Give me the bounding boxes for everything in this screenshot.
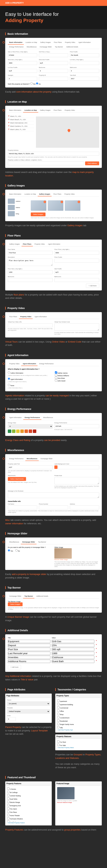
tab-floor[interactable]: Floor Plans xyxy=(52,40,63,44)
add-floor-btn[interactable]: + Add More xyxy=(86,284,99,288)
featured-yes[interactable]: Yes xyxy=(30,83,35,85)
private-note[interactable] xyxy=(54,477,99,484)
tab-agent[interactable]: Agent Information xyxy=(77,40,92,44)
type-check[interactable]: Apartment xyxy=(57,699,100,703)
suggestion[interactable]: 📍 Miami Beach, FL, USA xyxy=(8,118,34,121)
remove-slider[interactable]: Remove Slider Image xyxy=(54,559,68,560)
type-check[interactable]: Villa xyxy=(57,726,100,729)
feature-check[interactable]: 26 Ceilings xyxy=(7,790,50,794)
add-more-btn[interactable]: + Add more xyxy=(8,665,21,669)
tab-misc[interactable]: Miscellaneous xyxy=(25,45,38,49)
slider-yes[interactable]: Yes xyxy=(8,550,13,552)
detail-value[interactable] xyxy=(52,652,94,655)
agent-opt-author[interactable]: Author Information xyxy=(8,372,23,374)
owner-phone[interactable] xyxy=(39,505,68,509)
feature-check[interactable]: Fire Place xyxy=(7,810,50,813)
agent-check[interactable]: Nathan James xyxy=(55,371,99,374)
template-select[interactable]: Default Template xyxy=(7,709,50,713)
suggestion[interactable]: 📍 Miami, FL, USA xyxy=(8,115,34,118)
area-input[interactable] xyxy=(8,61,37,65)
tab[interactable]: Property Video xyxy=(63,108,76,113)
feature-check[interactable]: Fire Alarm xyxy=(7,807,50,810)
slider-image[interactable] xyxy=(54,548,72,559)
gallery-image[interactable] xyxy=(48,200,63,211)
type-check[interactable]: Commercial xyxy=(57,706,100,709)
select-images-btn[interactable]: Select Images xyxy=(31,213,46,216)
price-input[interactable] xyxy=(8,53,37,57)
floor-desc[interactable]: Plan description goes here xyxy=(8,259,53,266)
reviewer-msg[interactable] xyxy=(8,493,99,498)
postfix-input[interactable] xyxy=(70,53,99,57)
feature-check[interactable]: Dual Sinks xyxy=(7,797,50,800)
energy-class[interactable]: B xyxy=(8,424,53,429)
beds-input[interactable] xyxy=(39,69,68,73)
floor-sizepost[interactable] xyxy=(54,270,99,274)
type-check[interactable]: Shop xyxy=(57,712,100,716)
lotpost-input[interactable] xyxy=(8,69,37,73)
remove-featured[interactable]: Remove featured image xyxy=(57,802,72,803)
owner-name[interactable] xyxy=(8,505,37,509)
detail-title[interactable] xyxy=(8,652,50,655)
year-input[interactable] xyxy=(70,77,99,81)
gallery-image[interactable] xyxy=(65,200,80,211)
tab-video[interactable]: Property Video xyxy=(63,40,77,44)
type-check[interactable]: Condominium xyxy=(57,716,100,719)
floor-baths[interactable] xyxy=(54,278,99,282)
tab-basic[interactable]: Basic Information xyxy=(8,40,24,44)
detail-title[interactable] xyxy=(8,644,50,647)
detail-value[interactable] xyxy=(52,648,94,651)
energy-perf[interactable] xyxy=(54,424,99,428)
type-check[interactable]: Apartment Building xyxy=(57,703,100,706)
find-btn[interactable]: Find Address xyxy=(85,161,99,165)
suggestion[interactable]: 📍 Miami International, USA xyxy=(8,121,34,125)
owner-addr[interactable] xyxy=(70,505,99,509)
detail-title[interactable] xyxy=(8,660,50,663)
slider-no[interactable]: No xyxy=(15,550,20,552)
thumb-item[interactable]: exterior xyxy=(8,198,29,204)
lot-input[interactable] xyxy=(70,61,99,65)
agent-check[interactable]: Alice Brian xyxy=(55,376,99,379)
suggestion[interactable]: 📍 Miami Gardens, FL, USA xyxy=(8,125,34,128)
tab[interactable]: Floor Plans xyxy=(52,108,63,113)
tab-banner[interactable]: Top Banner xyxy=(53,45,64,49)
feature-check[interactable]: 2 Stories xyxy=(7,787,50,790)
tab[interactable]: Gallery Images xyxy=(38,108,52,113)
thumb-item[interactable]: interior xyxy=(8,205,29,210)
detail-value[interactable] xyxy=(52,640,94,643)
order-input[interactable] xyxy=(7,717,16,721)
tab[interactable]: Basic Information xyxy=(8,108,23,113)
feature-check[interactable]: Home Theater xyxy=(7,813,50,817)
gallery-image[interactable] xyxy=(31,200,46,211)
type-check[interactable]: Office xyxy=(57,709,100,712)
agent-check[interactable]: John David xyxy=(55,379,99,382)
featured-no[interactable]: No xyxy=(36,83,41,85)
floor-beds[interactable] xyxy=(8,278,53,282)
add-type[interactable]: + Add New Property Type xyxy=(57,729,73,731)
label-input[interactable] xyxy=(8,465,53,469)
add-status[interactable]: + Add New Property Status xyxy=(57,747,74,748)
remove-icon[interactable]: ✕ xyxy=(96,652,99,655)
thumb-item[interactable]: living xyxy=(8,211,29,216)
type-check[interactable]: Single Family Home xyxy=(57,722,100,726)
map-view[interactable] xyxy=(36,117,99,148)
oldprice-input[interactable] xyxy=(39,53,68,57)
type-check[interactable]: Residential xyxy=(57,719,100,722)
remove-icon[interactable]: ✕ xyxy=(96,640,99,643)
detail-title[interactable] xyxy=(8,640,50,643)
remove-icon[interactable]: ✕ xyxy=(96,644,99,647)
floor-price[interactable] xyxy=(54,251,99,255)
agent-check[interactable]: Melissa Williams xyxy=(55,374,99,376)
remove-icon[interactable]: ✕ xyxy=(96,660,99,663)
attach-btn[interactable]: Select Attachments xyxy=(8,477,26,481)
agent-opt-none[interactable]: None xyxy=(8,384,52,386)
parent-select[interactable]: (no parent) xyxy=(7,702,50,706)
tab-map[interactable]: Location on Map xyxy=(24,40,38,44)
featured-image[interactable] xyxy=(57,787,75,799)
video-url[interactable] xyxy=(8,323,53,327)
tab-slider[interactable]: Homepage Slider xyxy=(38,45,53,49)
detail-value[interactable] xyxy=(52,656,94,659)
garages-input[interactable] xyxy=(8,77,37,81)
coord-input[interactable] xyxy=(8,161,84,165)
detail-value[interactable] xyxy=(52,644,94,647)
id-input[interactable] xyxy=(39,77,68,81)
